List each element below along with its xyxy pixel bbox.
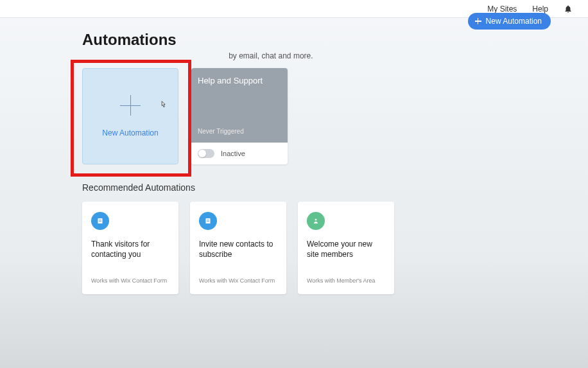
automation-card-title: Help and Support: [198, 76, 281, 85]
new-automation-card-label: New Automation: [102, 128, 158, 137]
person-icon: [307, 212, 325, 230]
automations-row: New Automation Help and Support Never Tr…: [82, 68, 506, 164]
status-label: Inactive: [221, 150, 245, 157]
recommended-card-title: Invite new contacts to subscribe: [199, 239, 277, 259]
svg-rect-5: [207, 221, 209, 222]
plus-icon: [120, 95, 141, 116]
page-title: Automations: [82, 31, 506, 49]
recommended-card-sub: Works with Wix Contact Form: [91, 277, 169, 285]
recommended-card-sub: Works with Wix Contact Form: [199, 277, 277, 285]
recommended-card[interactable]: Welcome your new site members Works with…: [298, 202, 394, 294]
recommended-card[interactable]: Thank visitors for contacting you Works …: [82, 202, 178, 294]
automation-card-trigger: Never Triggered: [198, 128, 281, 135]
form-icon: [91, 212, 109, 230]
automation-card-header: Help and Support Never Triggered: [191, 68, 288, 143]
page-subtitle: Create and manage automated responses by…: [82, 51, 506, 60]
recommended-card[interactable]: Invite new contacts to subscribe Works w…: [190, 202, 286, 294]
main-content: Automations Create and manage automated …: [0, 18, 588, 294]
recommended-row: Thank visitors for contacting you Works …: [82, 202, 506, 294]
my-sites-link[interactable]: My Sites: [487, 4, 517, 13]
svg-rect-2: [99, 221, 101, 222]
recommended-card-title: Welcome your new site members: [307, 239, 385, 259]
new-automation-card[interactable]: New Automation: [82, 68, 178, 164]
svg-rect-1: [99, 220, 101, 220]
notifications-icon[interactable]: [564, 4, 573, 13]
status-toggle[interactable]: [198, 149, 214, 158]
automation-card-help[interactable]: Help and Support Never Triggered Inactiv…: [191, 68, 288, 164]
recommended-card-title: Thank visitors for contacting you: [91, 239, 169, 259]
form-icon: [199, 212, 217, 230]
svg-rect-4: [207, 220, 209, 220]
recommended-heading: Recommended Automations: [82, 182, 506, 193]
svg-point-6: [315, 219, 317, 221]
help-link[interactable]: Help: [532, 4, 548, 13]
automation-card-footer: Inactive: [191, 143, 288, 164]
recommended-card-sub: Works with Member's Area: [307, 277, 385, 285]
pointer-cursor-icon: [159, 100, 168, 111]
